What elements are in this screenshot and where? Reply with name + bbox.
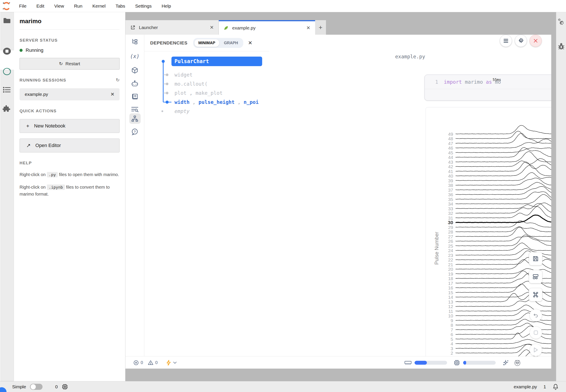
minimap-row[interactable]: empty	[162, 108, 190, 114]
pulse-tick-label: 18	[448, 276, 453, 281]
pulse-curve-26	[456, 237, 551, 241]
warning-counter[interactable]: 0	[148, 360, 158, 365]
notification-count: 1	[543, 384, 546, 389]
command-palette-button[interactable]	[529, 288, 542, 301]
restart-button[interactable]: ↻ Restart	[19, 58, 119, 70]
arrow-up-right-icon: ↗	[26, 142, 30, 149]
close-session-icon[interactable]: ✕	[110, 92, 114, 97]
close-panel-icon[interactable]: ✕	[248, 40, 253, 46]
setup-cell[interactable]: 1 import marimo as mo setup cell ? ...	[424, 75, 551, 101]
notebook-menu-button[interactable]	[500, 35, 512, 47]
lightning-bolt-icon	[166, 360, 171, 365]
table-of-contents-icon[interactable]	[0, 86, 14, 93]
simple-mode-label: Simple	[12, 384, 26, 389]
left-activity-bar	[0, 12, 14, 381]
pulse-tick-label: 32	[448, 211, 453, 216]
dependencies-title: DEPENDENCIES	[150, 40, 188, 45]
menu-tabs[interactable]: Tabs	[116, 3, 125, 9]
new-tab-button[interactable]: +	[315, 20, 326, 35]
running-kernels-icon[interactable]	[0, 47, 14, 56]
pulse-tick-label: 19	[448, 271, 453, 276]
variables-icon[interactable]: (x)	[125, 50, 144, 63]
shutdown-close-button[interactable]	[530, 35, 542, 47]
dependencies-icon[interactable]	[125, 114, 144, 123]
bell-icon[interactable]	[552, 384, 559, 390]
minimap-row[interactable]: plot , make_plot	[163, 90, 223, 96]
graph-toggle-option[interactable]: GRAPH	[220, 39, 242, 47]
run-all-button[interactable]	[530, 344, 542, 356]
save-layout-button[interactable]	[529, 252, 542, 265]
pulse-tick-label: 27	[448, 234, 453, 239]
error-counter[interactable]: 0	[133, 360, 143, 365]
help-icon[interactable]: ?	[125, 126, 144, 138]
memory-usage-bar	[415, 361, 447, 365]
pulse-tick-label: 35	[448, 197, 453, 202]
menu-help[interactable]: Help	[162, 3, 171, 9]
svg-text:mo.callout(: mo.callout(	[175, 81, 208, 87]
pulse-tick-label: 30	[448, 220, 453, 225]
pulse-tick-label: 9	[450, 318, 453, 323]
pulse-tick-label: 7	[450, 327, 453, 332]
pulse-tick-label: 5	[450, 337, 453, 342]
tab-launcher[interactable]: Launcher ✕	[125, 20, 219, 35]
menu-run[interactable]: Run	[74, 3, 82, 9]
kernel-chip-icon[interactable]	[62, 384, 68, 390]
notebook-settings-button[interactable]	[515, 35, 527, 47]
pulse-tick-label: 14	[448, 295, 453, 300]
ai-sparkle-icon[interactable]	[503, 360, 509, 366]
dependency-minimap[interactable]: PulsarChartwidgetmo.callout(plot , make_…	[144, 52, 269, 117]
statusbar-filename[interactable]: example.py	[514, 384, 537, 389]
minimap-row[interactable]: mo.callout(	[163, 81, 208, 87]
pulse-tick-label: 4	[450, 341, 453, 346]
chevron-down-icon	[173, 362, 177, 364]
pulse-tick-label: 49	[448, 132, 453, 137]
simple-mode-toggle[interactable]	[30, 384, 43, 390]
menu-items: FileEditViewRunKernelTabsSettingsHelp	[19, 3, 171, 9]
close-tab-icon[interactable]: ✕	[306, 25, 310, 31]
sidebar-title: marimo	[19, 18, 119, 25]
pulse-curve-38	[456, 178, 551, 185]
packages-icon[interactable]	[125, 64, 144, 77]
logs-search-icon[interactable]	[125, 103, 144, 115]
pulse-tick-label: 47	[448, 141, 453, 146]
minimap-row[interactable]: widget	[163, 72, 193, 78]
tab-example-py[interactable]: example.py ✕	[219, 20, 315, 35]
pulse-curve-35	[456, 192, 551, 199]
open-editor-button[interactable]: ↗ Open Editor	[19, 139, 119, 153]
file-tree-icon[interactable]	[125, 35, 144, 48]
minimap-row[interactable]: PulsarChart	[162, 56, 262, 66]
menu-file[interactable]: File	[19, 3, 27, 9]
runtime-mode-button[interactable]	[166, 360, 177, 365]
minimap-row[interactable]: width , pulse_height , n_poi	[163, 99, 259, 105]
refresh-sessions-icon[interactable]: ↻	[116, 77, 119, 83]
menu-view[interactable]: View	[54, 3, 64, 9]
stop-all-button[interactable]	[530, 326, 542, 339]
session-item[interactable]: example.py ✕	[19, 88, 119, 100]
file-browser-icon[interactable]	[0, 17, 14, 24]
notebook-area: example.py 1 import marimo as mo setup c…	[269, 35, 551, 369]
pulse-tick-label: 17	[448, 281, 453, 286]
pulse-tick-label: 15	[448, 290, 453, 295]
svg-text:plot , make_plot: plot , make_plot	[175, 90, 223, 96]
new-notebook-button[interactable]: + New Notebook	[19, 119, 119, 133]
cell-exec-time: 55ms	[493, 78, 501, 82]
pulse-curve-24	[456, 243, 551, 251]
menu-kernel[interactable]: Kernel	[92, 3, 106, 9]
ai-assistant-icon[interactable]	[125, 77, 144, 90]
debugger-icon[interactable]	[556, 42, 566, 50]
menu-edit[interactable]: Edit	[36, 3, 44, 9]
menu-bar: FileEditViewRunKernelTabsSettingsHelp	[0, 0, 566, 12]
scratchpad-icon[interactable]	[125, 90, 144, 103]
pulse-curve-4	[456, 339, 551, 344]
menu-settings[interactable]: Settings	[135, 3, 152, 9]
marimo-sidebar-icon[interactable]	[0, 67, 14, 76]
server-status-value: Running	[26, 47, 44, 53]
extensions-icon[interactable]	[0, 104, 14, 113]
view-toggle: MINIMAP GRAPH	[193, 38, 243, 48]
property-inspector-icon[interactable]	[556, 18, 566, 26]
assistant-bot-icon[interactable]	[514, 360, 521, 366]
close-tab-icon[interactable]: ✕	[210, 25, 214, 30]
minimap-toggle-option[interactable]: MINIMAP	[194, 39, 219, 47]
undo-button[interactable]	[530, 309, 542, 322]
layout-toggle-button[interactable]	[529, 270, 542, 283]
